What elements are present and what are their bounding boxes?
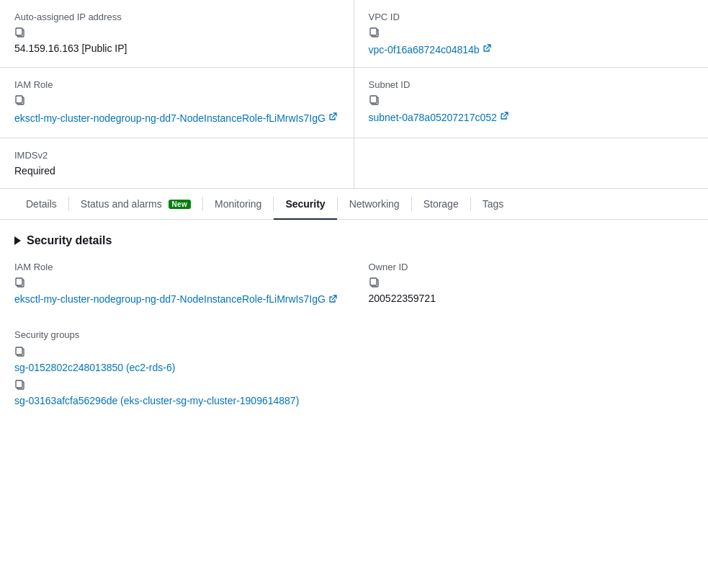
svg-rect-11 [370, 278, 377, 285]
owner-id-label: Owner ID [369, 262, 694, 272]
sg-item-2: sg-03163afcfa56296de (eks-cluster-sg-my-… [14, 379, 694, 406]
iam-external-link-icon [328, 112, 337, 123]
section-header: Security details [14, 234, 694, 247]
tab-storage[interactable]: Storage [412, 190, 470, 220]
copy-iam-icon[interactable] [14, 94, 26, 106]
copy-vpc-icon[interactable] [369, 27, 380, 38]
tab-status-alarms[interactable]: Status and alarms New [69, 190, 202, 220]
owner-id-value: 200522359721 [369, 293, 694, 304]
svg-rect-1 [16, 28, 22, 35]
subnet-id-label: Subnet ID [369, 79, 694, 90]
empty-right-cell [354, 138, 709, 188]
imdsv2-cell: IMDSv2 Required [0, 138, 354, 188]
subnet-id-cell: Subnet ID subnet-0a78a05207217c052 [354, 68, 709, 138]
owner-id-cell: Owner ID 200522359721 [354, 262, 694, 324]
tab-networking[interactable]: Networking [338, 190, 411, 220]
sg2-value[interactable]: sg-03163afcfa56296de (eks-cluster-sg-my-… [14, 395, 299, 406]
iam-role-top-cell: IAM Role eksctl-my-cluster-nodegroup-ng-… [0, 68, 354, 138]
auto-ip-cell: Auto-assigned IP address 54.159.16.163 [… [0, 0, 354, 67]
vpc-id-cell: VPC ID vpc-0f16a68724c04814b [354, 0, 709, 67]
tab-security[interactable]: Security [274, 190, 336, 220]
new-badge: New [169, 200, 191, 209]
svg-rect-15 [16, 380, 22, 388]
iam-role-top-value[interactable]: eksctl-my-cluster-nodegroup-ng-dd7-NodeI… [14, 112, 326, 126]
security-groups-section: Security groups sg-0152802c248013850 (ec… [14, 329, 694, 406]
security-content: Security details IAM Role eksctl-my-clus… [0, 220, 708, 427]
iam-role-top-label: IAM Role [14, 79, 339, 90]
imdsv2-value: Required [14, 165, 339, 177]
vpc-id-value[interactable]: vpc-0f16a68724c04814b [369, 44, 480, 55]
tabs-bar: Details Status and alarms New Monitoring… [0, 189, 708, 220]
copy-owner-icon[interactable] [369, 277, 380, 288]
sg1-value[interactable]: sg-0152802c248013850 (ec2-rds-6) [14, 362, 175, 373]
vpc-external-link-icon [483, 43, 491, 55]
copy-sg2-icon[interactable] [14, 379, 26, 391]
auto-ip-value: 54.159.16.163 [Public IP] [14, 43, 339, 54]
section-title: Security details [27, 234, 112, 247]
tab-details[interactable]: Details [14, 190, 68, 220]
copy-ip-icon[interactable] [14, 27, 26, 38]
tab-monitoring[interactable]: Monitoring [203, 190, 273, 220]
svg-rect-3 [370, 28, 377, 35]
iam-role-detail-cell: IAM Role eksctl-my-cluster-nodegroup-ng-… [14, 262, 354, 324]
iam-detail-external-link-icon [328, 294, 337, 306]
copy-sg1-icon[interactable] [14, 346, 26, 357]
auto-ip-label: Auto-assigned IP address [14, 12, 339, 22]
vpc-id-label: VPC ID [369, 12, 694, 22]
svg-rect-9 [16, 278, 22, 285]
sg-item-1: sg-0152802c248013850 (ec2-rds-6) [14, 346, 694, 373]
security-detail-grid: IAM Role eksctl-my-cluster-nodegroup-ng-… [14, 262, 694, 324]
subnet-external-link-icon [500, 111, 508, 122]
imdsv2-label: IMDSv2 [14, 150, 339, 161]
iam-role-detail-label: IAM Role [14, 262, 354, 272]
svg-rect-13 [16, 347, 22, 355]
iam-role-detail-value[interactable]: eksctl-my-cluster-nodegroup-ng-dd7-NodeI… [14, 293, 326, 307]
svg-rect-5 [16, 96, 22, 103]
subnet-id-value[interactable]: subnet-0a78a05207217c052 [369, 112, 497, 123]
copy-iam-detail-icon[interactable] [14, 277, 26, 288]
security-groups-label: Security groups [14, 329, 694, 340]
svg-rect-7 [370, 96, 377, 103]
tab-tags[interactable]: Tags [471, 190, 516, 220]
copy-subnet-icon[interactable] [369, 94, 380, 106]
collapse-triangle-icon[interactable] [14, 236, 21, 245]
